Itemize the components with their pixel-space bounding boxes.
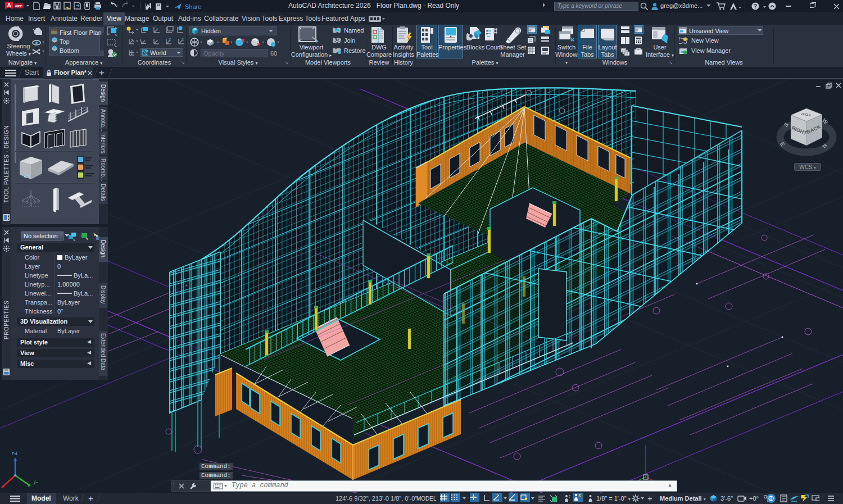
- svg-text:Z: Z: [169, 38, 171, 42]
- svg-text:?: ?: [754, 3, 757, 10]
- svg-text:Y: Y: [31, 479, 39, 487]
- svg-text:Z: Z: [11, 451, 18, 455]
- svg-text:3: 3: [182, 38, 184, 42]
